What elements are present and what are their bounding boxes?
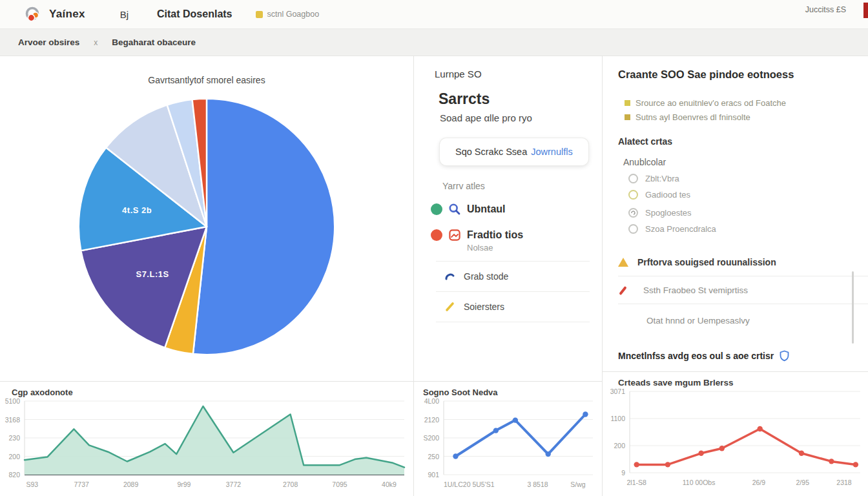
slash-icon (444, 300, 457, 313)
x-tick-label: 7095 (332, 480, 347, 488)
bullet-item-1: Srource ao enuitnlev'o eracs od Foatche (625, 98, 868, 108)
y-tick-label: 200 (603, 442, 625, 450)
pie-chart-title: Gavrtsantlytof smorel easires (0, 75, 413, 85)
pie-slice-label: 4t.S 2b (122, 205, 152, 214)
section-heading: Alatect crtas (618, 136, 868, 147)
line-chart-red: 3071110020092l1-S8110 00Obs26/92/952318 (603, 388, 868, 490)
warning-triangle-icon (618, 258, 628, 267)
topbar-right-label[interactable]: Juccitss £S (805, 5, 846, 14)
radio-icon (628, 174, 638, 183)
settings-title: Craante SOO Sae pindoe eotnoess (618, 68, 868, 81)
y-tick-label: 230 (0, 434, 20, 442)
y-tick-label: 250 (414, 453, 439, 460)
pie-panel: Gavrtsantlytof smorel easires S7.L:1S4t.… (0, 56, 414, 381)
line-chart-panel-red: Crteads save mgum Brlerss 3071110020092l… (603, 371, 868, 496)
magnifier-icon (448, 203, 461, 216)
pie-chart: S7.L:1S4t.S 2b (76, 96, 338, 358)
x-tick-label: 40k9 (382, 480, 397, 488)
bullet-list: Srource ao enuitnlev'o eracs od Foatche … (618, 98, 868, 122)
y-tick-label: 901 (414, 471, 439, 479)
shield-icon (779, 350, 790, 362)
detail-panel: Lurnpe SO Sarrcts Soad ape αlle pro ryo … (414, 56, 603, 381)
arc-icon (444, 270, 457, 283)
x-tick-label: 9r99 (177, 480, 191, 488)
x-tick-label: 110 00Obs (683, 479, 716, 486)
bullet-square-icon (625, 114, 630, 120)
group-label: Anublcolar (623, 157, 868, 167)
y-tick-label: 9 (603, 469, 625, 477)
tab-second[interactable]: Begaharat obaceure (112, 37, 196, 47)
x-tick-label: 2318 (836, 479, 851, 486)
y-tick-label: 820 (0, 471, 20, 479)
x-tick-label: 1U/LC20 5U5'S1 (444, 480, 494, 488)
green-status-dot (431, 203, 442, 215)
pie-slice-label: S7.L:1S (136, 269, 169, 278)
radio-icon (628, 190, 638, 200)
legend-item-1[interactable]: Ubntaul (431, 203, 590, 216)
radio-option-3[interactable]: Spogloestes (628, 208, 868, 218)
pie-slice-main[interactable] (193, 99, 335, 355)
panel-heading: Sarrcts (439, 90, 602, 108)
radio-option-4[interactable]: Szoa Proencdralca (628, 224, 868, 234)
tab-first[interactable]: Arvoer obsires (18, 37, 79, 47)
browser-logo-icon[interactable] (25, 6, 40, 22)
bullet-square-icon (625, 100, 630, 106)
legend-item-4[interactable]: Soiersters (444, 300, 590, 313)
divider (618, 304, 868, 304)
panel-subheading: Soad ape αlle pro ryo (440, 112, 602, 123)
radio-icon (628, 208, 638, 218)
y-tick-label: 3071 (603, 388, 625, 395)
note-row: Otat hnnd or Uempesaslvy (646, 316, 868, 326)
x-tick-label: 2l1-S8 (627, 479, 646, 486)
x-tick-label: S93 (26, 480, 38, 488)
legend-item-2[interactable]: Fradtio tios (431, 229, 590, 242)
area-chart: 51003168230200820S93773720899r9937722708… (0, 397, 413, 491)
y-tick-label: S200 (414, 434, 439, 442)
y-tick-label: 1100 (603, 415, 625, 422)
bullet-item-2: Sutns ayl Boenvres dl fninsolte (625, 112, 868, 122)
x-tick-label: 3772 (226, 480, 241, 488)
x-tick-label: 2/95 (796, 479, 809, 486)
y-tick-label: 3168 (0, 416, 20, 424)
edit-row[interactable]: Ssth Fraobeo St vemiprtiss (618, 285, 868, 295)
legend-list: Ubntaul Fradtio tios Nolsae Grab stode (431, 203, 590, 322)
footer-row[interactable]: Mncetlnfss avdg eos oul s aoe crtisr (618, 350, 868, 362)
image-icon (448, 229, 461, 242)
radio-option-1[interactable]: Zblt:Vbra (628, 174, 868, 183)
menu-item-2[interactable]: Citat Dosenlats (157, 8, 232, 20)
x-tick-label: 2089 (123, 480, 138, 488)
legend-item-3[interactable]: Grab stode (444, 270, 590, 283)
divider (618, 276, 868, 276)
warning-row[interactable]: Prftorva souigsed rouunalission (618, 257, 868, 267)
tab-close-icon[interactable]: x (94, 38, 98, 47)
area-chart-panel: Cgp axodonote 51003168230200820S93773720… (0, 381, 414, 496)
x-tick-label: S/wg (570, 480, 585, 488)
top-bar: Yaínex Bj Citat Dosenlats sctnl Goagboo … (0, 0, 868, 29)
x-tick-label: 3 8518 (527, 480, 548, 488)
brand-name: Yaínex (49, 8, 85, 21)
x-tick-label: 2708 (283, 480, 298, 488)
status-badge[interactable]: sctnl Goagboo (256, 10, 320, 19)
y-tick-label: 200 (0, 453, 20, 460)
radio-icon (628, 224, 638, 234)
line-chart-red-title: Crteads save mgum Brlerss (603, 372, 868, 388)
line-chart-panel-blue: Sogno Soot Nedva 4L002120S2002509011U/LC… (414, 381, 603, 496)
settings-panel: Craante SOO Sae pindoe eotnoess Srource … (603, 56, 868, 384)
x-tick-label: 26/9 (752, 479, 765, 486)
y-tick-label: 4L00 (414, 397, 439, 405)
yellow-square-icon (256, 11, 263, 18)
primary-action-button[interactable]: Sqo Scrakc Ssea Jowrnulfls (440, 138, 588, 165)
tab-bar: Arvoer obsires x Begaharat obaceure (0, 29, 868, 56)
x-tick-label: 7737 (74, 480, 89, 488)
y-tick-label: 2120 (414, 416, 439, 424)
legend-item-2-sub: Nolsae (467, 243, 590, 253)
pencil-icon (619, 285, 626, 294)
scrollbar-thumb[interactable] (852, 271, 854, 344)
area-chart-title: Cgp axodonote (0, 382, 413, 397)
y-tick-label: 5100 (0, 397, 20, 405)
red-status-dot (431, 229, 442, 241)
menu-item-1[interactable]: Bj (120, 9, 129, 20)
radio-option-2[interactable]: Gadiood tes (628, 190, 868, 200)
button-link-text: Jowrnulfls (531, 147, 572, 157)
topbar-red-accent (863, 3, 868, 18)
